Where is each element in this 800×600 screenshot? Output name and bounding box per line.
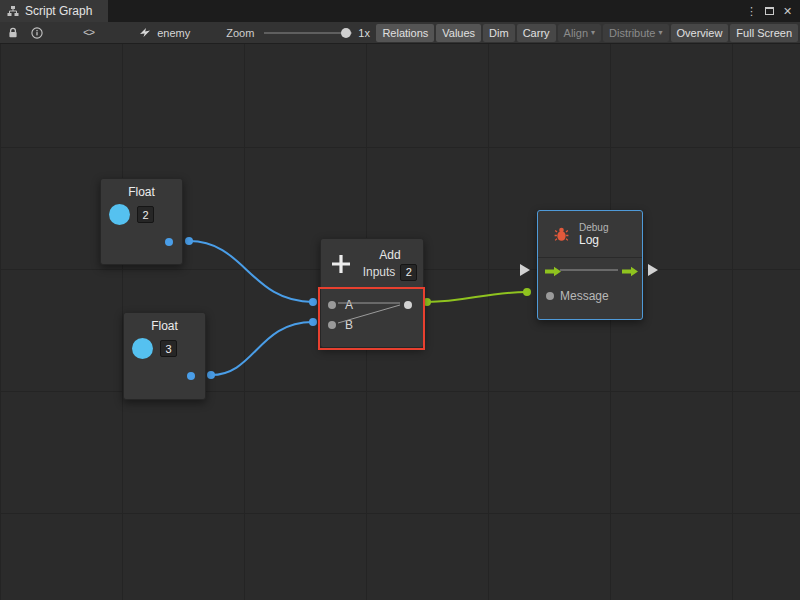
dropdown-caret-icon: ▾ — [591, 29, 595, 37]
float-type-icon — [109, 204, 130, 225]
graph-breadcrumb[interactable]: enemy — [139, 27, 190, 39]
maximize-icon — [765, 7, 774, 15]
info-icon — [31, 27, 43, 39]
node-debug-log[interactable]: Debug Log Message — [537, 210, 643, 320]
wire-endpoint — [423, 298, 431, 306]
node-title: Log — [579, 233, 608, 247]
wire-endpoint — [309, 298, 317, 306]
zoom-slider-handle[interactable] — [341, 28, 351, 38]
zoom-label: Zoom — [226, 27, 254, 39]
node-float-2[interactable]: Float 3 — [123, 312, 206, 400]
float-value-field[interactable]: 3 — [160, 340, 177, 357]
inputs-count-field[interactable]: 2 — [400, 264, 417, 281]
graph-canvas[interactable]: Float 2 Float 3 Add — [0, 44, 800, 600]
lock-icon — [7, 27, 19, 39]
graph-asset-icon — [139, 27, 152, 39]
port-a-label: A — [345, 298, 353, 312]
align-button[interactable]: Align ▾ — [558, 24, 601, 42]
distribute-button[interactable]: Distribute ▾ — [603, 24, 668, 42]
message-input-port[interactable] — [546, 292, 554, 300]
input-port-b[interactable] — [328, 321, 336, 329]
add-node-header: Add Inputs 2 — [321, 239, 423, 287]
dropdown-caret-icon: ▾ — [659, 29, 663, 37]
node-title: Float — [101, 179, 182, 199]
node-add[interactable]: Add Inputs 2 A B — [320, 238, 424, 348]
add-node-text: Add Inputs 2 — [361, 248, 419, 281]
node-category: Debug — [579, 222, 608, 233]
distribute-label: Distribute — [609, 27, 655, 39]
script-graph-icon — [7, 5, 19, 17]
float-type-icon — [132, 338, 153, 359]
wire-endpoint — [185, 237, 193, 245]
tab-title: Script Graph — [25, 4, 92, 18]
output-port[interactable] — [187, 372, 195, 380]
lock-button[interactable] — [4, 22, 22, 44]
window-controls: ⋮ ✕ — [744, 0, 800, 22]
output-port[interactable] — [165, 238, 173, 246]
bug-icon — [553, 226, 570, 242]
flow-in-triangle-icon — [520, 264, 530, 276]
carry-button[interactable]: Carry — [517, 24, 556, 42]
input-port-a[interactable] — [328, 301, 336, 309]
debug-node-header: Debug Log — [538, 211, 642, 257]
port-b-label: B — [345, 318, 353, 332]
values-button[interactable]: Values — [436, 24, 481, 42]
overview-button[interactable]: Overview — [671, 24, 729, 42]
float-literal-row: 3 — [124, 333, 205, 359]
edit-script-button[interactable]: <> — [80, 22, 97, 44]
zoom-slider-track[interactable] — [264, 32, 352, 34]
flow-output-port[interactable] — [622, 266, 639, 277]
close-button[interactable]: ✕ — [780, 3, 795, 19]
toolbar-buttons: Relations Values Dim Carry Align ▾ Distr… — [376, 24, 800, 42]
code-icon: <> — [83, 27, 94, 39]
wire-float1-to-add-a[interactable] — [189, 241, 313, 302]
node-float-1[interactable]: Float 2 — [100, 178, 183, 265]
wire-endpoint — [309, 318, 317, 326]
wire-endpoint — [207, 371, 215, 379]
dim-button[interactable]: Dim — [483, 24, 515, 42]
flow-out-triangle-icon — [648, 264, 658, 276]
wire-endpoint — [523, 288, 531, 296]
script-graph-window: Script Graph ⋮ ✕ <> enemy Zoom 1x — [0, 0, 800, 600]
inputs-row: Inputs 2 — [363, 264, 418, 281]
flow-input-port[interactable] — [545, 266, 562, 277]
plus-icon — [330, 253, 352, 275]
float-literal-row: 2 — [101, 199, 182, 225]
wire-add-to-debug[interactable] — [427, 292, 527, 302]
message-label: Message — [560, 289, 609, 303]
debug-node-titles: Debug Log — [579, 222, 608, 247]
node-title: Float — [124, 313, 205, 333]
fullscreen-button[interactable]: Full Screen — [730, 24, 798, 42]
graph-toolbar: <> enemy Zoom 1x Relations Values Dim Ca… — [0, 22, 800, 44]
titlebar: Script Graph ⋮ ✕ — [0, 0, 800, 22]
wire-float2-to-add-b[interactable] — [211, 322, 313, 375]
inputs-label: Inputs — [363, 265, 396, 279]
add-node-ports: A B — [321, 287, 423, 347]
port-row-b: B — [321, 315, 423, 335]
zoom-value: 1x — [358, 27, 370, 39]
window-menu-button[interactable]: ⋮ — [744, 3, 759, 19]
node-title: Add — [379, 248, 400, 262]
align-label: Align — [564, 27, 588, 39]
relations-button[interactable]: Relations — [376, 24, 434, 42]
maximize-button[interactable] — [762, 3, 777, 19]
graph-name: enemy — [157, 27, 190, 39]
debug-node-body: Message — [538, 257, 642, 318]
tab-script-graph[interactable]: Script Graph — [0, 0, 108, 22]
sum-output-port[interactable] — [404, 301, 412, 309]
zoom-slider[interactable] — [264, 22, 352, 44]
info-button[interactable] — [28, 22, 46, 44]
float-value-field[interactable]: 2 — [137, 206, 154, 223]
